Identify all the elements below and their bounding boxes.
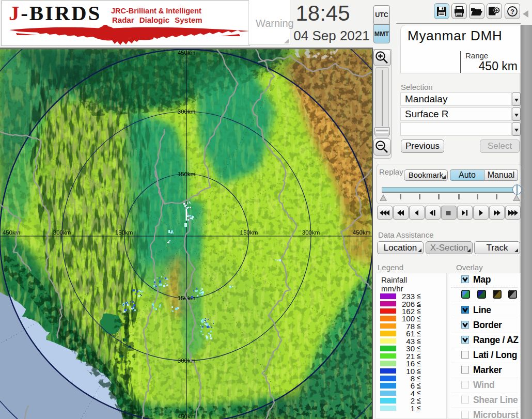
svg-text:450km: 450km <box>353 229 371 236</box>
svg-text:150km: 150km <box>115 229 133 236</box>
svg-text:300km: 300km <box>178 358 196 364</box>
svg-text:?: ? <box>510 7 514 15</box>
svg-text:300km: 300km <box>178 108 196 115</box>
svg-text:450km: 450km <box>178 413 196 419</box>
svg-text:300km: 300km <box>53 229 71 236</box>
svg-text:150km: 150km <box>178 171 196 177</box>
svg-text:150km: 150km <box>240 229 258 236</box>
svg-text:450km: 450km <box>178 50 196 56</box>
svg-text:300km: 300km <box>302 229 320 236</box>
